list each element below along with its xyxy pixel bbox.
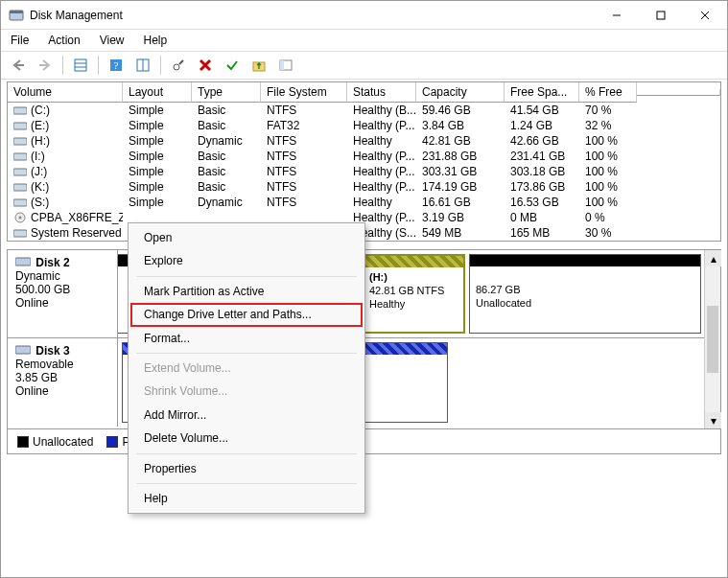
cell-free: 173.86 GB <box>505 179 579 195</box>
drive-icon <box>13 135 27 147</box>
close-button[interactable] <box>683 1 727 30</box>
part-letter: (H:) <box>369 271 387 283</box>
cell-pct: 100 % <box>579 195 637 210</box>
ctx-delete-volume[interactable]: Delete Volume... <box>130 427 363 450</box>
disk-scrollbar[interactable]: ▴ ▾ <box>704 250 720 428</box>
table-row[interactable]: (H:)SimpleDynamicNTFSHealthy42.81 GB42.6… <box>8 133 720 149</box>
ctx-open[interactable]: Open <box>130 226 363 249</box>
menu-file[interactable]: File <box>7 32 33 49</box>
ctx-extend-volume: Extend Volume... <box>130 357 363 380</box>
menu-view[interactable]: View <box>96 32 129 49</box>
partition-unallocated-2[interactable]: 86.27 GB Unallocated <box>469 254 701 334</box>
app-icon <box>9 8 24 23</box>
cell-free: 42.66 GB <box>505 133 579 149</box>
cell-fs: NTFS <box>261 164 347 179</box>
cell-layout: Simple <box>123 179 192 195</box>
forward-button[interactable] <box>34 54 57 77</box>
svg-rect-32 <box>15 258 31 266</box>
disk-label[interactable]: Disk 3 Removable 3.85 GB Online <box>8 338 118 427</box>
volume-name: (I:) <box>31 150 45 163</box>
cell-type: Basic <box>192 118 261 133</box>
scroll-up-button[interactable]: ▴ <box>705 250 721 266</box>
table-row[interactable]: (J:)SimpleBasicNTFSHealthy (P...303.31 G… <box>8 164 720 179</box>
cell-type: Basic <box>192 179 261 195</box>
volume-name: (S:) <box>31 196 49 209</box>
scroll-thumb[interactable] <box>707 306 718 373</box>
cell-pct: 32 % <box>579 118 637 133</box>
cell-layout: Simple <box>123 164 192 179</box>
tb-list-icon[interactable] <box>131 54 154 77</box>
menu-help[interactable]: Help <box>140 32 172 49</box>
tb-settings-icon[interactable] <box>167 54 190 77</box>
cell-layout <box>123 217 192 219</box>
col-free[interactable]: Free Spa... <box>505 82 579 103</box>
back-button[interactable] <box>7 54 30 77</box>
ctx-explore[interactable]: Explore <box>130 249 363 272</box>
svg-rect-1 <box>10 11 23 13</box>
cell-fs: NTFS <box>261 195 347 210</box>
col-status[interactable]: Status <box>347 82 416 103</box>
volume-name: (E:) <box>31 119 49 132</box>
ctx-format[interactable]: Format... <box>130 327 363 350</box>
table-row[interactable]: (E:)SimpleBasicFAT32Healthy (P...3.84 GB… <box>8 118 720 133</box>
cell-layout: Simple <box>123 118 192 133</box>
disk-size: 500.00 GB <box>15 283 70 296</box>
part-size: 86.27 GB <box>476 284 520 295</box>
table-row[interactable]: (I:)SimpleBasicNTFSHealthy (P...231.88 G… <box>8 149 720 164</box>
tb-pane-icon[interactable] <box>274 54 297 77</box>
svg-rect-26 <box>13 169 27 175</box>
menu-action[interactable]: Action <box>44 32 83 49</box>
minimize-button[interactable] <box>595 1 639 30</box>
col-pct[interactable]: % Free <box>579 82 637 103</box>
ctx-mark-active[interactable]: Mark Partition as Active <box>130 280 363 303</box>
disk-state: Online <box>15 296 49 310</box>
cell-type: Dynamic <box>192 133 261 149</box>
maximize-button[interactable] <box>639 1 683 30</box>
svg-rect-28 <box>13 199 27 206</box>
cell-layout: Simple <box>123 103 192 118</box>
drive-icon <box>13 181 27 193</box>
col-volume[interactable]: Volume <box>8 82 123 103</box>
help-icon[interactable]: ? <box>105 54 128 77</box>
tb-folder-up-icon[interactable] <box>247 54 270 77</box>
part-line2: 42.81 GB NTFS <box>369 285 444 296</box>
cell-fs: NTFS <box>261 133 347 149</box>
col-layout[interactable]: Layout <box>123 82 192 103</box>
tb-delete-icon[interactable] <box>194 54 217 77</box>
table-row[interactable]: (K:)SimpleBasicNTFSHealthy (P...174.19 G… <box>8 179 720 195</box>
cell-free: 0 MB <box>505 210 579 225</box>
table-row[interactable]: (C:)SimpleBasicNTFSHealthy (B...59.46 GB… <box>8 103 720 118</box>
cell-pct: 100 % <box>579 164 637 179</box>
disk-icon <box>15 256 31 267</box>
col-fs[interactable]: File System <box>261 82 347 103</box>
ctx-properties[interactable]: Properties <box>130 457 363 480</box>
scroll-down-button[interactable]: ▾ <box>705 412 721 428</box>
disk-label[interactable]: Disk 2 Dynamic 500.00 GB Online <box>8 250 118 337</box>
svg-rect-23 <box>13 123 27 129</box>
ctx-shrink-volume: Shrink Volume... <box>130 380 363 403</box>
cell-free: 16.53 GB <box>505 195 579 210</box>
ctx-change-drive-letter[interactable]: Change Drive Letter and Paths... <box>130 303 363 326</box>
svg-rect-3 <box>657 12 665 19</box>
svg-point-15 <box>174 64 179 70</box>
partition-h[interactable]: (H:) 42.81 GB NTFS Healthy <box>362 254 465 334</box>
cell-type: Dynamic <box>192 195 261 210</box>
drive-icon <box>13 166 27 177</box>
tb-table-icon[interactable] <box>69 54 92 77</box>
disc-icon <box>13 212 27 223</box>
disk-name: Disk 2 <box>35 256 69 269</box>
table-row[interactable]: (S:)SimpleDynamicNTFSHealthy16.61 GB16.5… <box>8 195 720 210</box>
svg-rect-8 <box>75 59 86 71</box>
ctx-help[interactable]: Help <box>130 487 363 510</box>
cell-pct: 100 % <box>579 149 637 164</box>
cell-pct: 30 % <box>579 225 637 241</box>
col-capacity[interactable]: Capacity <box>416 82 505 103</box>
ctx-add-mirror[interactable]: Add Mirror... <box>130 404 363 427</box>
drive-icon <box>13 227 27 239</box>
tb-check-icon[interactable] <box>221 54 244 77</box>
cell-cap: 42.81 GB <box>416 133 505 149</box>
volume-name: (H:) <box>31 134 50 148</box>
col-type[interactable]: Type <box>192 82 261 103</box>
cell-status: Healthy <box>347 195 416 210</box>
cell-free: 1.24 GB <box>505 118 579 133</box>
